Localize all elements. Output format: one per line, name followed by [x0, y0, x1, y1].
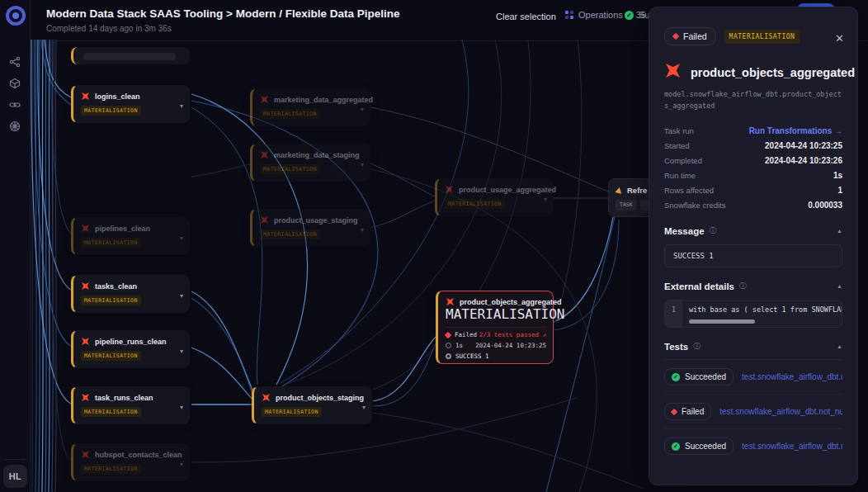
clear-selection-button[interactable]: Clear selection: [496, 12, 556, 21]
chevron-down-icon[interactable]: ▾: [180, 292, 183, 300]
node-product-objects-staging[interactable]: product_objects_staging ▾ MATERIALISATIO…: [252, 386, 372, 424]
dag-graph-icon[interactable]: [7, 54, 23, 70]
materialisation-badge: MATERIALISATION: [260, 229, 320, 239]
clock-icon: [446, 343, 451, 348]
materialisation-badge: MATERIALISATION: [81, 106, 141, 116]
succeeded-check-icon: ✓: [625, 11, 634, 20]
user-avatar[interactable]: HL: [3, 465, 27, 488]
breadcrumb-title: Modern Data Stack SAAS Tooling > Modern …: [46, 7, 399, 20]
node-pipelines-clean[interactable]: pipelines_clean ▾ MATERIALISATION: [71, 217, 190, 255]
chevron-down-icon[interactable]: ▾: [180, 348, 183, 355]
materialisation-badge: MATERIALISATION: [81, 238, 141, 248]
tests-summary-link[interactable]: 2/3 tests passed ↗: [479, 331, 546, 338]
dbt-icon: [260, 150, 269, 159]
node-tasks-clean[interactable]: tasks_clean ▾ MATERIALISATION: [71, 275, 190, 313]
cube-icon[interactable]: [7, 75, 23, 92]
task-badge: TASK: [616, 200, 637, 211]
operations-label: Operations: [578, 10, 623, 20]
node-name: pipeline_runs_clean: [95, 338, 167, 346]
node-hubspot-contacts-clean[interactable]: hubspot_contacts_clean ▾ MATERIALISATION: [71, 443, 190, 481]
node-name: marketing_data_staging: [274, 151, 360, 159]
materialisation-badge: MATERIALISATION: [81, 351, 141, 361]
sql-code-block: 1 with base as ( select 1 from SNOWFLAKE: [664, 300, 842, 328]
dbt-icon: [260, 215, 269, 225]
detail-row-completed: Completed 2024-04-24 10:23:26: [664, 153, 842, 168]
chevron-down-icon[interactable]: ▾: [361, 161, 364, 168]
chevron-down-icon[interactable]: ▾: [180, 234, 183, 242]
detail-row-started: Started 2024-04-24 10:23:25: [664, 138, 842, 153]
node-product-objects-aggregated-selected[interactable]: product_objects_aggregated ▲ MATERIALISA…: [436, 291, 554, 364]
node-pipeline-runs-clean[interactable]: pipeline_runs_clean ▾ MATERIALISATION: [71, 330, 190, 368]
node-marketing-data-staging[interactable]: marketing_data_staging ▾ MATERIALISATION: [250, 144, 370, 182]
clipped-node[interactable]: [71, 47, 190, 64]
status-badge: Failed: [664, 27, 716, 45]
test-row: Failed test.snowflake_airflow_dbt.not_nu…: [664, 394, 842, 428]
sql-code: with base as ( select 1 from SNOWFLAKE: [689, 305, 842, 314]
collapse-icon[interactable]: ▲: [541, 303, 547, 309]
collapse-icon[interactable]: ▲: [837, 283, 842, 289]
detail-row-snowflake-credits: Snowflake credits 0.000033: [664, 197, 842, 212]
node-status: Failed: [455, 331, 477, 338]
panel-model-path: model.snowflake_airflow_dbt.product_obje…: [664, 89, 846, 111]
collapse-icon[interactable]: ▲: [837, 343, 842, 349]
dbt-icon: [446, 297, 455, 306]
node-name: Refre: [627, 186, 647, 195]
panel-title: product_objects_aggregated: [691, 66, 855, 79]
dbt-icon: [81, 92, 90, 101]
horizontal-scrollbar[interactable]: [689, 319, 755, 324]
node-detail-panel: Failed MATERIALISATION ✕ product_objects…: [649, 7, 858, 485]
run-transformations-link[interactable]: Run Transformations →: [749, 126, 842, 135]
chevron-down-icon[interactable]: ▾: [361, 106, 364, 113]
node-task-runs-clean[interactable]: task_runs_clean ▾ MATERIALISATION: [71, 386, 190, 424]
materialisation-badge: MATERIALISATION: [445, 199, 505, 209]
materialisation-badge: MATERIALISATION: [81, 407, 141, 417]
node-name: tasks_clean: [95, 282, 137, 291]
run-status-subtitle: Completed 14 days ago in 3m 36s: [46, 24, 172, 33]
test-link[interactable]: test.snowflake_airflow_dbt.unique_pro: [742, 372, 842, 381]
chevron-down-icon[interactable]: ▾: [361, 226, 364, 234]
chevron-down-icon[interactable]: ▾: [180, 461, 183, 468]
materialisation-badge: MATERIALISATION: [262, 407, 322, 417]
node-product-usage-staging[interactable]: product_usage_staging ▾ MATERIALISATION: [250, 209, 370, 247]
chevron-down-icon[interactable]: ▾: [180, 404, 183, 411]
collapse-icon[interactable]: ▲: [837, 228, 842, 234]
materialisation-badge: MATERIALISATION: [81, 464, 141, 474]
failed-diamond-icon: [671, 408, 677, 414]
close-icon[interactable]: ✕: [835, 32, 844, 45]
materialisation-badge: MATERIALISATION: [260, 164, 320, 174]
dbt-icon: [260, 95, 269, 104]
link-icon[interactable]: [7, 97, 23, 113]
task-icon: [615, 187, 622, 194]
node-name: product_usage_aggregated: [459, 186, 556, 194]
failed-diamond-icon: [445, 331, 451, 338]
chevron-down-icon[interactable]: ▾: [362, 404, 366, 411]
node-message: SUCCESS 1: [455, 352, 489, 360]
sidebar-divider: [4, 459, 26, 460]
node-runtime: 1s: [455, 342, 463, 349]
message-content: SUCCESS 1: [664, 244, 842, 267]
node-marketing-data-aggregated[interactable]: marketing_data_aggregated ▾ MATERIALISAT…: [250, 88, 370, 126]
globe-icon[interactable]: [7, 118, 23, 135]
node-logins-clean[interactable]: logins_clean ▾ MATERIALISATION: [71, 85, 190, 123]
dbt-icon: [262, 393, 271, 402]
dbt-icon: [81, 224, 90, 233]
node-name: marketing_data_aggregated: [274, 96, 373, 104]
tests-section-header: Tests ⓘ ▲: [664, 341, 842, 360]
node-name: pipelines_clean: [95, 225, 150, 233]
app-logo-icon[interactable]: [6, 6, 26, 26]
node-name: product_objects_staging: [276, 394, 364, 402]
test-link[interactable]: test.snowflake_airflow_dbt.not_null_pr: [742, 442, 842, 451]
failed-diamond-icon: [672, 33, 679, 40]
test-link[interactable]: test.snowflake_airflow_dbt.not_null_pr: [719, 407, 842, 416]
test-status-badge: ✓ Succeeded: [664, 438, 734, 455]
test-status-badge: ✓ Succeeded: [664, 368, 734, 386]
chevron-down-icon[interactable]: ▾: [544, 196, 547, 203]
test-status-badge: Failed: [664, 403, 711, 420]
node-product-usage-aggregated[interactable]: product_usage_aggregated ▾ MATERIALISATI…: [435, 178, 554, 216]
test-row: ✓ Succeeded test.snowflake_airflow_dbt.u…: [664, 360, 842, 394]
chevron-down-icon[interactable]: ▾: [180, 102, 183, 110]
message-section-header: Message ⓘ ▲: [664, 225, 842, 236]
test-row: ✓ Succeeded test.snowflake_airflow_dbt.n…: [664, 428, 842, 463]
node-name: logins_clean: [95, 92, 140, 101]
detail-row-rows-affected: Rows affected 1: [664, 182, 842, 197]
